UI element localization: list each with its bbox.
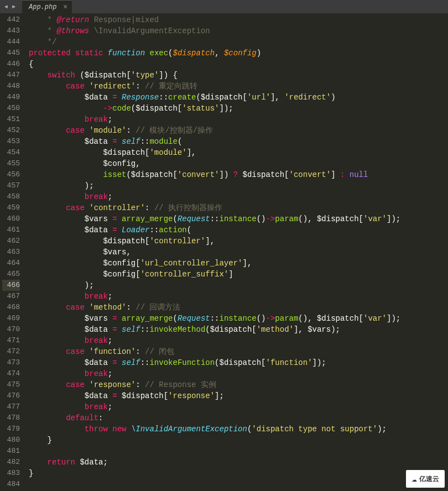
line-number: 454	[2, 147, 20, 158]
line-number: 479	[2, 424, 20, 435]
line-number: 443	[2, 25, 20, 36]
code-line[interactable]: $data = self::invokeMethod($dispatch['me…	[29, 324, 448, 335]
line-number: 445	[2, 48, 20, 59]
line-number: 459	[2, 202, 20, 213]
line-number: 453	[2, 136, 20, 147]
line-number: 456	[2, 169, 20, 180]
line-number: 460	[2, 213, 20, 224]
line-number: 480	[2, 435, 20, 446]
code-line[interactable]: case 'method': // 回调方法	[29, 302, 448, 313]
code-line[interactable]: $data = self::invokeFunction($dispatch['…	[29, 357, 448, 368]
code-line[interactable]	[29, 446, 448, 457]
code-line[interactable]: return $data;	[29, 457, 448, 468]
code-line[interactable]: break;	[29, 368, 448, 379]
code-line[interactable]: switch ($dispatch['type']) {	[29, 70, 448, 81]
line-number: 481	[2, 446, 20, 457]
code-line[interactable]: $data = $dispatch['response'];	[29, 390, 448, 401]
code-line[interactable]: default:	[29, 412, 448, 424]
line-number: 469	[2, 313, 20, 324]
line-number: 476	[2, 390, 20, 401]
code-line[interactable]: }	[29, 435, 448, 446]
line-number: 474	[2, 368, 20, 379]
code-line[interactable]: $config,	[29, 158, 448, 169]
line-number: 448	[2, 81, 20, 92]
code-line[interactable]: $dispatch['controller'],	[29, 236, 448, 247]
code-line[interactable]: $dispatch['module'],	[29, 147, 448, 158]
code-line[interactable]: ->code($dispatch['status']);	[29, 103, 448, 114]
watermark-logo: ☁ 亿速云	[406, 470, 445, 488]
code-line[interactable]: case 'response': // Response 实例	[29, 379, 448, 390]
line-number: 446	[2, 59, 20, 70]
line-number: 467	[2, 291, 20, 302]
line-number: 447	[2, 70, 20, 81]
code-line[interactable]: protected static function exec($dispatch…	[29, 48, 448, 59]
code-line[interactable]: $vars,	[29, 247, 448, 258]
code-line[interactable]: * @return Response|mixed	[29, 14, 448, 25]
code-line[interactable]: {	[29, 59, 448, 70]
line-number: 462	[2, 236, 20, 247]
line-number: 458	[2, 191, 20, 202]
tab-filename: App.php	[29, 3, 56, 11]
code-area[interactable]: * @return Response|mixed * @throws \Inva…	[24, 13, 448, 491]
line-number: 442	[2, 14, 20, 25]
code-line[interactable]: * @throws \InvalidArgumentException	[29, 25, 448, 36]
code-line[interactable]: break;	[29, 335, 448, 346]
line-number: 464	[2, 258, 20, 269]
line-number: 452	[2, 125, 20, 136]
nav-arrows: ◄ ►	[0, 3, 20, 11]
line-number: 483	[2, 468, 20, 479]
line-number: 449	[2, 92, 20, 103]
code-line[interactable]: }	[29, 468, 448, 479]
line-number: 482	[2, 457, 20, 468]
code-line[interactable]: */	[29, 36, 448, 48]
line-number: 471	[2, 335, 20, 346]
code-line[interactable]: $config['controller_suffix']	[29, 269, 448, 280]
cloud-icon: ☁	[411, 473, 417, 484]
line-number: 478	[2, 412, 20, 424]
line-number: 473	[2, 357, 20, 368]
nav-back-icon[interactable]: ◄	[2, 3, 10, 11]
line-number: 477	[2, 401, 20, 412]
code-line[interactable]: isset($dispatch['convert']) ? $dispatch[…	[29, 169, 448, 180]
line-number: 484	[2, 479, 20, 490]
code-line[interactable]: break;	[29, 114, 448, 125]
line-number-gutter: 4424434444454464474484494504514524534544…	[0, 13, 24, 491]
close-icon[interactable]: ×	[63, 3, 67, 12]
editor: 4424434444454464474484494504514524534544…	[0, 13, 448, 491]
titlebar: ◄ ► App.php ×	[0, 0, 448, 13]
code-line[interactable]: case 'module': // 模块/控制器/操作	[29, 125, 448, 136]
line-number: 455	[2, 158, 20, 169]
code-line[interactable]: $config['url_controller_layer'],	[29, 258, 448, 269]
code-line[interactable]: $data = Response::create($dispatch['url'…	[29, 92, 448, 103]
code-line[interactable]: );	[29, 180, 448, 191]
code-line[interactable]	[29, 479, 448, 490]
code-line[interactable]: $data = Loader::action(	[29, 224, 448, 236]
line-number: 470	[2, 324, 20, 335]
line-number: 466	[2, 280, 20, 291]
code-line[interactable]: case 'controller': // 执行控制器操作	[29, 202, 448, 213]
code-line[interactable]: case 'function': // 闭包	[29, 346, 448, 357]
nav-forward-icon[interactable]: ►	[10, 3, 18, 11]
line-number: 475	[2, 379, 20, 390]
line-number: 463	[2, 247, 20, 258]
line-number: 450	[2, 103, 20, 114]
line-number: 444	[2, 36, 20, 48]
logo-text: 亿速云	[419, 474, 439, 484]
line-number: 457	[2, 180, 20, 191]
code-line[interactable]: $vars = array_merge(Request::instance()-…	[29, 213, 448, 224]
code-line[interactable]: $data = self::module(	[29, 136, 448, 147]
line-number: 468	[2, 302, 20, 313]
line-number: 472	[2, 346, 20, 357]
code-line[interactable]: case 'redirect': // 重定向跳转	[29, 81, 448, 92]
code-line[interactable]: );	[29, 280, 448, 291]
code-line[interactable]: break;	[29, 191, 448, 202]
line-number: 465	[2, 269, 20, 280]
code-line[interactable]: break;	[29, 291, 448, 302]
code-line[interactable]: break;	[29, 401, 448, 412]
line-number: 461	[2, 224, 20, 236]
code-line[interactable]: throw new \InvalidArgumentException('dis…	[29, 424, 448, 435]
code-line[interactable]: $vars = array_merge(Request::instance()-…	[29, 313, 448, 324]
tab-active[interactable]: App.php ×	[22, 0, 72, 13]
line-number: 451	[2, 114, 20, 125]
